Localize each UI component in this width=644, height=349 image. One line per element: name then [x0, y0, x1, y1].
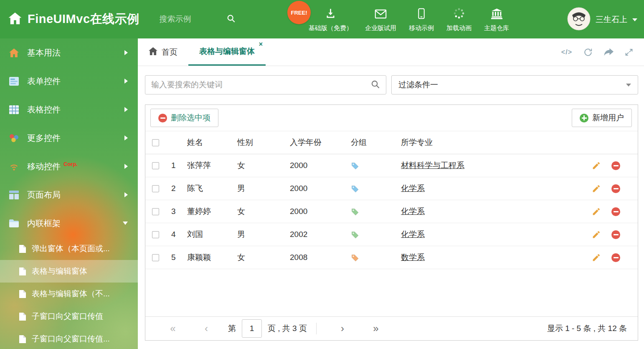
table-empty-space	[145, 269, 638, 316]
next-page-button[interactable]: ›	[326, 323, 359, 334]
sidebar-item-more-controls[interactable]: 更多控件	[0, 124, 138, 152]
sidebar-subitem-label: 子窗口向父窗口传值...	[32, 334, 110, 344]
tag-icon[interactable]	[351, 185, 359, 193]
cell-gender: 女	[237, 160, 290, 171]
last-page-button[interactable]: »	[359, 323, 393, 334]
row-checkbox[interactable]	[152, 162, 159, 169]
sidebar-item-page-layout[interactable]: 页面布局	[0, 181, 138, 209]
page-label-post: 页 , 共 3 页	[268, 323, 307, 334]
cell-year: 2000	[290, 184, 351, 193]
record-summary: 显示 1 - 5 条 , 共 12 条	[547, 323, 627, 334]
nav-item-loading-animation[interactable]: 加载动画	[440, 5, 478, 32]
sidebar-item-grid-controls[interactable]: 表格控件	[0, 95, 138, 124]
app-header: FineUIMvc在线示例 FREE! 基础版（免费） 企业版试用 移动示例	[0, 0, 644, 38]
row-checkbox[interactable]	[152, 231, 159, 238]
wireless-icon	[9, 162, 21, 171]
file-icon	[19, 245, 26, 253]
major-link[interactable]: 化学系	[401, 230, 425, 239]
search-icon[interactable]	[226, 14, 236, 25]
delete-row-icon[interactable]	[611, 161, 620, 170]
nav-label: 移动示例	[409, 24, 434, 32]
cell-group	[351, 231, 401, 239]
header-search-input[interactable]	[160, 15, 226, 24]
tab-grid-edit-window[interactable]: 表格与编辑窗体 ×	[188, 38, 266, 66]
delete-row-icon[interactable]	[611, 184, 620, 193]
edit-icon[interactable]	[592, 184, 601, 193]
tab-label: 表格与编辑窗体	[199, 46, 255, 57]
cell-gender: 男	[237, 229, 290, 240]
prev-page-button[interactable]: ‹	[190, 323, 223, 334]
edit-icon[interactable]	[592, 253, 601, 262]
user-name: 三生石上	[596, 14, 627, 25]
major-link[interactable]: 化学系	[401, 207, 425, 216]
chevron-right-icon	[124, 164, 128, 169]
delete-row-icon[interactable]	[611, 230, 620, 239]
tag-icon[interactable]	[351, 254, 359, 262]
sidebar-subitem-label: 表格与编辑窗体（不...	[32, 288, 110, 299]
nav-label: 基础版（免费）	[309, 24, 352, 32]
sidebar-item-mobile-controls[interactable]: 移动控件 Corp.	[0, 152, 138, 181]
close-icon[interactable]: ×	[259, 41, 263, 48]
tab-home[interactable]: 首页	[138, 38, 188, 66]
cell-name: 陈飞	[187, 183, 237, 194]
page-number-input[interactable]	[242, 319, 262, 338]
sidebar-item-label: 内联框架	[27, 218, 61, 229]
nav-item-theme-store[interactable]: 主题仓库	[478, 5, 515, 32]
tag-icon[interactable]	[351, 162, 359, 170]
delete-row-icon[interactable]	[611, 207, 620, 216]
sidebar-subitem-grid-edit-window[interactable]: 表格与编辑窗体	[0, 260, 138, 283]
search-icon[interactable]	[370, 79, 380, 91]
sidebar-item-label: 表单控件	[27, 76, 61, 87]
tag-icon[interactable]	[351, 208, 359, 216]
brand[interactable]: FineUIMvc在线示例	[0, 11, 139, 28]
sidebar-subitem-popup-window[interactable]: 弹出窗体（本页面或...	[0, 237, 138, 260]
edit-icon[interactable]	[592, 207, 601, 216]
nav-item-basic-version[interactable]: 基础版（免费）	[302, 5, 359, 32]
widgets-icon	[9, 134, 21, 143]
cell-year: 2008	[290, 253, 351, 262]
row-checkbox[interactable]	[152, 208, 159, 215]
edit-icon[interactable]	[592, 230, 601, 239]
first-page-button[interactable]: «	[156, 323, 190, 334]
major-link[interactable]: 材料科学与工程系	[401, 161, 464, 170]
row-checkbox[interactable]	[152, 254, 159, 261]
user-menu[interactable]: 三生石上	[567, 7, 637, 32]
cell-major: 化学系	[401, 183, 592, 194]
filter-select[interactable]: 过滤条件一	[391, 75, 638, 94]
file-icon	[19, 267, 26, 275]
tag-icon[interactable]	[351, 231, 359, 239]
row-number: 1	[171, 161, 187, 170]
table-header-row: 姓名 性别 入学年份 分组 所学专业	[145, 131, 638, 154]
sidebar-item-basic-usage[interactable]: 基本用法	[0, 38, 138, 67]
keyword-search-input[interactable]	[151, 80, 370, 89]
sidebar-subitem-grid-edit-window-2[interactable]: 表格与编辑窗体（不...	[0, 283, 138, 305]
sidebar-subitem-child-to-parent-2[interactable]: 子窗口向父窗口传值...	[0, 328, 138, 349]
sidebar: 基本用法 表单控件 表格控件 更多控件 移动控件 Corp. 页面布局	[0, 38, 138, 349]
select-all-checkbox[interactable]	[152, 139, 159, 146]
share-icon[interactable]	[604, 48, 614, 56]
refresh-icon[interactable]	[583, 48, 593, 57]
row-number: 3	[171, 207, 187, 216]
major-link[interactable]: 化学系	[401, 184, 425, 193]
delete-row-icon[interactable]	[611, 253, 620, 262]
sidebar-subitem-child-to-parent[interactable]: 子窗口向父窗口传值	[0, 305, 138, 328]
add-user-button[interactable]: 新增用户	[572, 109, 632, 127]
row-checkbox[interactable]	[152, 185, 159, 192]
column-header-group: 分组	[351, 137, 401, 148]
nav-label: 加载动画	[446, 24, 472, 32]
avatar	[567, 7, 591, 32]
tab-label: 首页	[162, 47, 177, 58]
delete-selected-button[interactable]: 删除选中项	[150, 109, 218, 127]
sidebar-item-label: 表格控件	[27, 104, 61, 115]
edit-icon[interactable]	[592, 161, 601, 170]
major-link[interactable]: 数学系	[401, 253, 425, 262]
source-code-icon[interactable]: </>	[561, 48, 572, 56]
expand-icon[interactable]	[625, 48, 633, 56]
sidebar-subitem-label: 弹出窗体（本页面或...	[32, 243, 110, 254]
cell-year: 2000	[290, 207, 351, 216]
keyword-search-box	[145, 75, 386, 94]
nav-item-enterprise-trial[interactable]: 企业版试用	[359, 5, 403, 32]
nav-item-mobile-demo[interactable]: 移动示例	[403, 5, 440, 32]
sidebar-item-iframe[interactable]: 内联框架	[0, 209, 138, 237]
sidebar-item-form-controls[interactable]: 表单控件	[0, 67, 138, 95]
